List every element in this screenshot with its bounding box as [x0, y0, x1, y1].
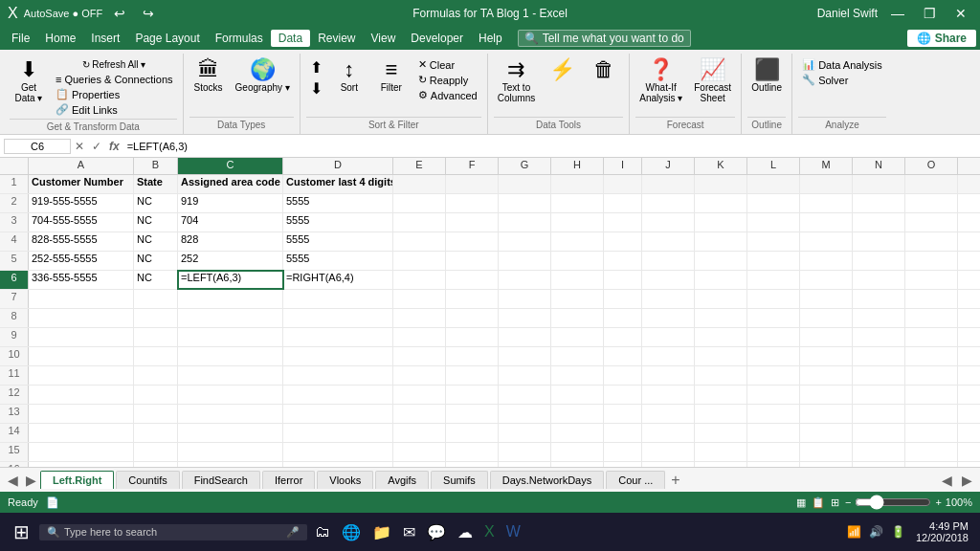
table-cell[interactable] [604, 271, 642, 289]
col-header-n[interactable]: N [853, 158, 905, 174]
table-cell[interactable] [958, 443, 980, 461]
table-cell[interactable] [393, 366, 446, 385]
table-cell[interactable] [853, 443, 905, 461]
table-cell[interactable] [800, 386, 853, 404]
taskbar-word[interactable]: W [502, 521, 524, 542]
table-cell[interactable] [178, 328, 283, 346]
data-analysis-button[interactable]: 📊 Data Analysis [798, 57, 886, 72]
table-cell[interactable] [853, 194, 905, 212]
table-cell[interactable] [642, 424, 695, 442]
col-header-g[interactable]: G [499, 158, 551, 174]
table-cell[interactable] [747, 328, 800, 346]
table-cell[interactable] [499, 309, 551, 327]
table-cell[interactable]: Customer last 4 digits [283, 175, 393, 193]
menu-item-formulas[interactable]: Formulas [208, 30, 271, 47]
table-cell[interactable] [958, 232, 980, 251]
table-cell[interactable]: NC [134, 271, 178, 289]
menu-item-insert[interactable]: Insert [83, 30, 127, 47]
confirm-icon[interactable]: ✓ [92, 140, 101, 153]
table-cell[interactable] [551, 386, 604, 404]
table-cell[interactable] [905, 405, 958, 423]
advanced-button[interactable]: ⚙ Advanced [414, 88, 481, 102]
taskbar-mic-icon[interactable]: 🎤 [286, 526, 300, 539]
table-cell[interactable] [604, 405, 642, 423]
cancel-icon[interactable]: ✕ [75, 140, 84, 153]
table-cell[interactable] [393, 347, 446, 365]
menu-item-data[interactable]: Data [271, 30, 310, 47]
table-cell[interactable] [551, 328, 604, 346]
col-header-f[interactable]: F [446, 158, 499, 174]
sheet-tab-avgifs[interactable]: Avgifs [375, 471, 429, 489]
table-cell[interactable] [905, 194, 958, 212]
table-cell[interactable] [800, 347, 853, 365]
table-cell[interactable] [604, 290, 642, 308]
sheet-tab-sumifs[interactable]: Sumifs [431, 471, 488, 489]
cell-reference-input[interactable] [4, 139, 71, 154]
sheet-tab-findsearch[interactable]: FindSearch [182, 471, 260, 489]
function-icon[interactable]: fx [109, 140, 120, 153]
table-cell[interactable] [642, 290, 695, 308]
table-cell[interactable] [747, 309, 800, 327]
table-cell[interactable] [905, 271, 958, 289]
table-cell[interactable] [393, 424, 446, 442]
restore-button[interactable]: ❐ [918, 4, 942, 23]
row-number[interactable]: 8 [0, 309, 29, 327]
table-cell[interactable] [446, 232, 499, 251]
table-cell[interactable] [551, 443, 604, 461]
table-cell[interactable] [800, 175, 853, 193]
table-cell[interactable] [499, 424, 551, 442]
sort-button[interactable]: ↕ Sort [330, 57, 368, 95]
table-cell[interactable] [499, 271, 551, 289]
menu-item-file[interactable]: File [4, 30, 37, 47]
table-cell[interactable] [905, 309, 958, 327]
edit-links-button[interactable]: 🔗 Edit Links [52, 102, 177, 117]
row-number[interactable]: 14 [0, 424, 29, 442]
table-cell[interactable] [178, 309, 283, 327]
row-number[interactable]: 7 [0, 290, 29, 308]
table-cell[interactable] [393, 252, 446, 270]
table-cell[interactable] [695, 386, 747, 404]
table-cell[interactable] [905, 347, 958, 365]
sort-za-button[interactable]: ⬇ [306, 78, 326, 99]
table-cell[interactable] [800, 271, 853, 289]
table-cell[interactable] [393, 213, 446, 231]
table-cell[interactable] [747, 347, 800, 365]
table-cell[interactable] [958, 252, 980, 270]
taskbar-explorer[interactable]: 📁 [368, 521, 395, 543]
minimize-button[interactable]: — [885, 4, 910, 23]
table-cell[interactable] [393, 175, 446, 193]
table-cell[interactable] [551, 194, 604, 212]
sheet-tab-countifs[interactable]: Countifs [116, 471, 179, 489]
table-cell[interactable] [747, 424, 800, 442]
table-cell[interactable] [499, 366, 551, 385]
table-cell[interactable] [958, 213, 980, 231]
row-number[interactable]: 6 [0, 271, 29, 289]
table-cell[interactable] [695, 213, 747, 231]
table-cell[interactable] [695, 443, 747, 461]
table-cell[interactable] [134, 443, 178, 461]
sheet-tab-leftright[interactable]: Left.Right [40, 471, 114, 489]
menu-item-review[interactable]: Review [310, 30, 363, 47]
table-cell[interactable] [695, 271, 747, 289]
remove-duplicates-button[interactable]: 🗑 [585, 57, 623, 82]
table-cell[interactable] [134, 424, 178, 442]
table-cell[interactable] [853, 347, 905, 365]
table-cell[interactable] [134, 405, 178, 423]
table-cell[interactable] [393, 290, 446, 308]
table-cell[interactable] [29, 347, 134, 365]
row-number[interactable]: 15 [0, 443, 29, 461]
table-cell[interactable] [695, 405, 747, 423]
table-cell[interactable] [551, 271, 604, 289]
table-cell[interactable] [446, 386, 499, 404]
table-cell[interactable] [393, 386, 446, 404]
table-cell[interactable] [695, 309, 747, 327]
table-cell[interactable] [551, 290, 604, 308]
table-cell[interactable] [283, 328, 393, 346]
table-cell[interactable] [551, 252, 604, 270]
table-cell[interactable] [604, 194, 642, 212]
filter-button[interactable]: ≡ Filter [372, 57, 411, 95]
normal-view-icon[interactable]: ▦ [796, 496, 806, 509]
table-cell[interactable] [604, 424, 642, 442]
table-cell[interactable]: 828-555-5555 [29, 232, 134, 251]
table-cell[interactable] [29, 366, 134, 385]
